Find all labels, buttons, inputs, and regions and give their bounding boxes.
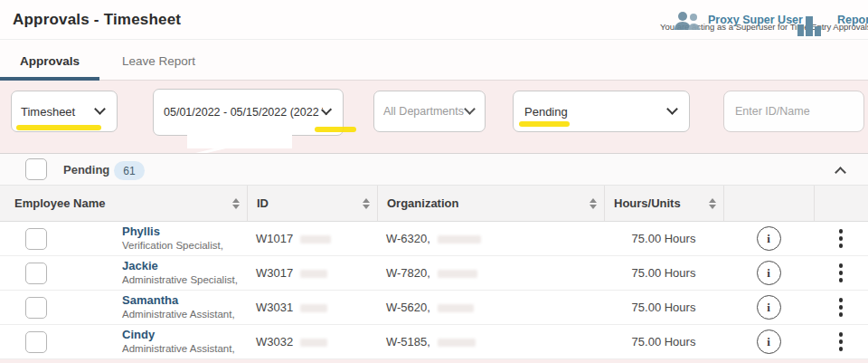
tab-leave-report[interactable]: Leave Report	[122, 54, 195, 68]
organization: W-7820,	[377, 266, 604, 280]
chevron-down-icon	[94, 103, 106, 115]
pending-section-header: Pending 61	[0, 153, 868, 186]
section-label: Pending	[63, 163, 109, 177]
search-box	[723, 91, 864, 132]
highlight-marker	[519, 121, 570, 127]
table-body: Phyllis Verification Specialist, W1017 W…	[0, 222, 868, 359]
employee-name-link[interactable]: Phyllis	[122, 224, 223, 239]
table-row: Jackie Administrative Specialist, W3017 …	[0, 256, 868, 291]
row-checkbox[interactable]	[25, 297, 47, 319]
people-icon	[673, 10, 702, 33]
report-link[interactable]: Report	[837, 14, 868, 26]
employee-id: W3017	[247, 266, 377, 280]
redaction	[300, 304, 327, 312]
redaction	[300, 235, 331, 244]
department-dropdown[interactable]: All Departments	[373, 91, 486, 132]
row-checkbox[interactable]	[25, 331, 47, 353]
approvals-panel: Pending 61 Employee Name ID Organization…	[0, 153, 868, 359]
tab-bar: Approvals Leave Report	[0, 39, 868, 81]
highlight-marker	[315, 127, 356, 132]
employee-id: W1017	[247, 232, 377, 245]
employee-title: Administrative Assistant,	[122, 308, 235, 320]
info-icon[interactable]: i	[757, 226, 781, 251]
proxy-super-user-link[interactable]: Proxy Super User	[708, 14, 803, 26]
hours-units: 75.00 Hours	[604, 232, 723, 245]
bar-chart-icon	[797, 13, 825, 36]
tab-approvals[interactable]: Approvals	[20, 54, 80, 68]
employee-title: Administrative Assistant,	[122, 342, 235, 355]
column-employee-name: Employee Name	[0, 186, 247, 221]
sort-icon[interactable]	[590, 198, 597, 209]
top-bar: Approvals - Timesheet You are acting as …	[0, 0, 868, 39]
sort-icon[interactable]	[363, 198, 370, 209]
status-value: Pending	[524, 105, 568, 119]
organization: W-5620,	[377, 301, 604, 314]
column-organization: Organization	[377, 186, 604, 221]
redaction	[300, 270, 327, 278]
employee-id: W3032	[247, 335, 377, 349]
organization: W-6320,	[377, 232, 604, 245]
employee-name-link[interactable]: Jackie	[122, 259, 238, 273]
pay-period-value: 05/01/2022 - 05/15/2022 (2022 T...	[164, 106, 323, 119]
chevron-down-icon	[464, 103, 476, 115]
redaction	[300, 339, 327, 347]
highlight-marker	[16, 125, 101, 130]
chevron-up-icon[interactable]	[835, 167, 846, 178]
table-row: Cindy Administrative Assistant, W3032 W-…	[0, 325, 868, 359]
table-header: Employee Name ID Organization Hours/Unit…	[0, 186, 868, 222]
redaction	[438, 339, 476, 347]
row-checkbox[interactable]	[25, 228, 47, 250]
chevron-down-icon	[666, 103, 678, 115]
approval-type-value: Timesheet	[21, 105, 75, 119]
redaction	[438, 235, 481, 244]
column-info	[723, 186, 814, 221]
organization: W-5185,	[377, 335, 604, 349]
pending-count-badge: 61	[114, 161, 145, 180]
department-value: All Departments	[383, 105, 464, 118]
redaction	[438, 304, 474, 312]
employee-title: Administrative Specialist,	[122, 273, 238, 286]
info-icon[interactable]: i	[757, 261, 781, 285]
column-hours-units: Hours/Units	[604, 186, 723, 221]
info-icon[interactable]: i	[757, 330, 781, 354]
employee-id: W3031	[247, 301, 377, 314]
kebab-menu-icon[interactable]	[832, 329, 851, 355]
info-icon[interactable]: i	[757, 295, 781, 320]
select-all-checkbox[interactable]	[25, 158, 47, 180]
redaction	[438, 270, 477, 278]
employee-name-link[interactable]: Samantha	[122, 293, 235, 308]
table-row: Phyllis Verification Specialist, W1017 W…	[0, 222, 868, 256]
column-actions	[814, 186, 868, 221]
hours-units: 75.00 Hours	[604, 335, 723, 349]
kebab-menu-icon[interactable]	[832, 260, 851, 286]
page-title: Approvals - Timesheet	[13, 11, 181, 29]
kebab-menu-icon[interactable]	[832, 294, 851, 320]
hours-units: 75.00 Hours	[604, 301, 723, 314]
filter-band: Timesheet 05/01/2022 - 05/15/2022 (2022 …	[0, 81, 868, 153]
proxy-cluster: You are acting as a Superuser for Time E…	[658, 7, 868, 43]
search-input[interactable]	[724, 105, 863, 118]
hours-units: 75.00 Hours	[604, 266, 723, 280]
sort-icon[interactable]	[232, 198, 240, 209]
column-id: ID	[247, 186, 377, 221]
row-checkbox[interactable]	[25, 263, 47, 284]
kebab-menu-icon[interactable]	[832, 225, 851, 252]
employee-name-link[interactable]: Cindy	[122, 328, 235, 342]
employee-title: Verification Specialist,	[122, 239, 223, 252]
sort-icon[interactable]	[709, 198, 716, 209]
table-row: Samantha Administrative Assistant, W3031…	[0, 291, 868, 325]
